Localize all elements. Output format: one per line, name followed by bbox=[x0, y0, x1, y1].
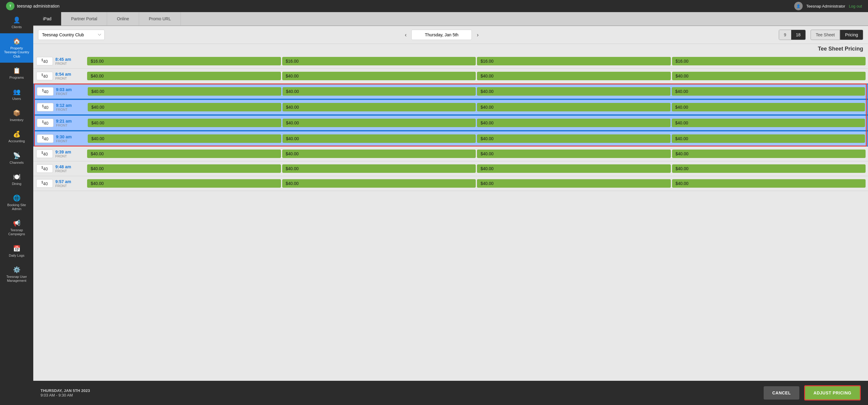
slot-cell[interactable]: $40.00 bbox=[282, 179, 476, 188]
time-value: 9:57 am bbox=[55, 179, 71, 184]
time-cell: $409:39 amFRONT bbox=[33, 148, 85, 160]
tee-row[interactable]: $409:21 amFRONT$40.00$40.00$40.00$40.00 bbox=[33, 115, 868, 131]
slot-cell[interactable]: $16.00 bbox=[477, 57, 671, 65]
time-cell: $409:21 amFRONT bbox=[34, 117, 85, 129]
sidebar-label-channels: Channels bbox=[10, 161, 24, 165]
holes-18-button[interactable]: 18 bbox=[791, 30, 806, 40]
next-date-button[interactable]: › bbox=[474, 31, 481, 39]
tee-row[interactable]: $408:54 amFRONT$40.00$40.00$40.00$40.00 bbox=[33, 69, 868, 84]
logout-link[interactable]: Log out bbox=[849, 4, 862, 8]
time-value: 9:48 am bbox=[55, 164, 71, 169]
slot-cell[interactable]: $40.00 bbox=[477, 119, 671, 127]
slot-cell[interactable]: $16.00 bbox=[672, 57, 866, 65]
user-info: 👤 Teesnap Administrator Log out bbox=[794, 2, 862, 10]
tab-promo-url[interactable]: Promo URL bbox=[139, 12, 181, 25]
users-icon: 👥 bbox=[13, 88, 21, 95]
clients-icon: 👤 bbox=[13, 16, 21, 24]
sidebar-item-teesnap-campaigns[interactable]: 📢 Teesnap Campaigns bbox=[0, 215, 33, 240]
sidebar-item-inventory[interactable]: 📦 Inventory bbox=[0, 105, 33, 126]
tee-row[interactable]: $409:03 amFRONT$40.00$40.00$40.00$40.00 bbox=[33, 84, 868, 99]
tee-row-wrapper: $408:54 amFRONT$40.00$40.00$40.00$40.00 bbox=[33, 69, 868, 84]
sidebar-item-daily-logs[interactable]: 📅 Daily Logs bbox=[0, 241, 33, 262]
sidebar-item-clients[interactable]: 👤 Clients bbox=[0, 12, 33, 33]
venue-select[interactable]: Teesnap Country Club bbox=[38, 30, 105, 40]
tab-partner-portal[interactable]: Partner Portal bbox=[61, 12, 107, 25]
slot-cell[interactable]: $40.00 bbox=[477, 179, 671, 188]
time-info: 8:54 amFRONT bbox=[55, 72, 71, 80]
sidebar-item-users[interactable]: 👥 Users bbox=[0, 84, 33, 105]
slot-cell[interactable]: $40.00 bbox=[672, 119, 865, 127]
time-value: 8:54 am bbox=[55, 72, 71, 77]
tee-row[interactable]: $408:45 amFRONT$16.00$16.00$16.00$16.00 bbox=[33, 54, 868, 69]
sidebar-item-property[interactable]: 🏠 PropertyTeesnap Country Club bbox=[0, 33, 33, 63]
sidebar-item-programs[interactable]: 📋 Programs bbox=[0, 63, 33, 84]
tee-sheet-container[interactable]: $408:45 amFRONT$16.00$16.00$16.00$16.00$… bbox=[33, 54, 868, 381]
slot-cell[interactable]: $40.00 bbox=[672, 72, 866, 80]
tee-row[interactable]: $409:48 amFRONT$40.00$40.00$40.00$40.00 bbox=[33, 161, 868, 176]
prev-date-button[interactable]: ‹ bbox=[402, 31, 409, 39]
slot-cell[interactable]: $40.00 bbox=[282, 72, 476, 80]
slot-cell[interactable]: $40.00 bbox=[88, 87, 281, 96]
slot-cell[interactable]: $40.00 bbox=[87, 164, 281, 173]
sidebar-label-teesnap-campaigns: Teesnap Campaigns bbox=[2, 228, 31, 236]
tee-row-wrapper: $409:12 amFRONT$40.00$40.00$40.00$40.00 bbox=[33, 99, 868, 115]
tee-row[interactable]: $409:30 amFRONT$40.00$40.00$40.00$40.00 bbox=[33, 131, 868, 146]
sidebar-item-channels[interactable]: 📡 Channels bbox=[0, 148, 33, 169]
slot-cell[interactable]: $40.00 bbox=[282, 164, 476, 173]
page-title: Tee Sheet Pricing bbox=[818, 46, 863, 52]
slot-cell[interactable]: $40.00 bbox=[477, 87, 671, 96]
tee-row[interactable]: $409:57 amFRONT$40.00$40.00$40.00$40.00 bbox=[33, 176, 868, 191]
slot-cell[interactable]: $16.00 bbox=[87, 57, 281, 65]
page-title-area: Tee Sheet Pricing bbox=[33, 44, 868, 54]
slot-cell[interactable]: $40.00 bbox=[477, 103, 671, 111]
tee-sheet-view-button[interactable]: Tee Sheet bbox=[810, 30, 840, 40]
slot-cell[interactable]: $40.00 bbox=[672, 103, 865, 111]
sidebar-item-dining[interactable]: 🍽️ Dining bbox=[0, 169, 33, 190]
slot-cell[interactable]: $40.00 bbox=[88, 119, 281, 127]
tab-online[interactable]: Online bbox=[107, 12, 139, 25]
tee-row[interactable]: $409:39 amFRONT$40.00$40.00$40.00$40.00 bbox=[33, 146, 868, 161]
slot-cell[interactable]: $40.00 bbox=[87, 72, 281, 80]
view-toggle: Tee Sheet Pricing bbox=[810, 30, 863, 40]
slot-cell[interactable]: $40.00 bbox=[282, 119, 476, 127]
slot-cell[interactable]: $16.00 bbox=[282, 57, 476, 65]
pricing-view-button[interactable]: Pricing bbox=[840, 30, 863, 40]
slot-cell[interactable]: $40.00 bbox=[88, 103, 281, 111]
time-course: FRONT bbox=[56, 123, 72, 127]
main-layout: 👤 Clients 🏠 PropertyTeesnap Country Club… bbox=[0, 12, 868, 405]
holes-9-button[interactable]: 9 bbox=[779, 30, 791, 40]
sidebar-item-accounting[interactable]: 💰 Accounting bbox=[0, 126, 33, 147]
slot-cell[interactable]: $40.00 bbox=[282, 87, 476, 96]
slot-cell[interactable]: $40.00 bbox=[672, 87, 865, 96]
slot-cell[interactable]: $40.00 bbox=[87, 149, 281, 158]
cancel-button[interactable]: CANCEL bbox=[764, 386, 799, 400]
slot-cell[interactable]: $40.00 bbox=[477, 72, 671, 80]
slot-cell[interactable]: $40.00 bbox=[672, 164, 866, 173]
sidebar-item-teesnap-user-management[interactable]: ⚙️ Teesnap User Management bbox=[0, 262, 33, 287]
price-badge: $40 bbox=[37, 135, 54, 143]
time-info: 9:39 amFRONT bbox=[55, 149, 71, 158]
slot-cell[interactable]: $40.00 bbox=[672, 149, 866, 158]
slot-cell[interactable]: $40.00 bbox=[282, 135, 476, 143]
time-info: 9:12 amFRONT bbox=[56, 103, 72, 111]
slot-cell[interactable]: $40.00 bbox=[672, 179, 866, 188]
time-value: 9:30 am bbox=[56, 135, 72, 139]
sidebar-label-accounting: Accounting bbox=[8, 139, 25, 143]
slot-cell[interactable]: $40.00 bbox=[282, 149, 476, 158]
slot-cell[interactable]: $40.00 bbox=[87, 179, 281, 188]
top-header: T teesnap administration 👤 Teesnap Admin… bbox=[0, 0, 868, 12]
price-badge: $40 bbox=[36, 72, 53, 80]
tab-ipad[interactable]: iPad bbox=[33, 12, 61, 25]
slot-cell[interactable]: $40.00 bbox=[477, 135, 671, 143]
slot-cell[interactable]: $40.00 bbox=[672, 135, 865, 143]
adjust-pricing-button[interactable]: ADJUST PRICING bbox=[804, 385, 861, 401]
channels-icon: 📡 bbox=[13, 152, 21, 159]
tee-row[interactable]: $409:12 amFRONT$40.00$40.00$40.00$40.00 bbox=[33, 99, 868, 115]
booking-site-admin-icon: 🌐 bbox=[13, 194, 21, 202]
slot-cell[interactable]: $40.00 bbox=[88, 135, 281, 143]
slot-cell[interactable]: $40.00 bbox=[282, 103, 476, 111]
slot-cell[interactable]: $40.00 bbox=[477, 149, 671, 158]
time-value: 8:45 am bbox=[55, 57, 71, 62]
sidebar-item-booking-site-admin[interactable]: 🌐 Booking Site Admin bbox=[0, 190, 33, 215]
slot-cell[interactable]: $40.00 bbox=[477, 164, 671, 173]
